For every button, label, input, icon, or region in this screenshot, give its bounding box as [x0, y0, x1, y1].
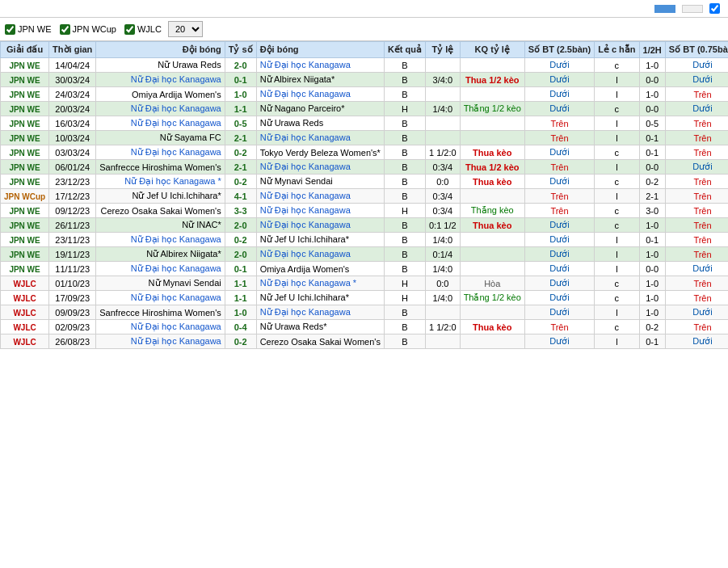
cell-so-bt-075: Trên — [665, 87, 728, 102]
cell-ty-le — [426, 305, 461, 320]
cell-team2[interactable]: Tokyo Verdy Beleza Women's* — [256, 145, 384, 160]
cell-kq-ty-le — [460, 189, 524, 204]
cell-team1[interactable]: Nữ Sayama FC — [96, 131, 225, 145]
cell-team2[interactable]: Cerezo Osaka Sakai Women's — [256, 334, 384, 349]
cell-team1[interactable]: Nữ Đại học Kanagawa — [96, 102, 225, 116]
cell-team2[interactable]: Nữ Urawa Reds — [256, 116, 384, 131]
match-count-select[interactable]: 20 10 30 50 — [168, 21, 203, 37]
cell-score[interactable]: 2-1 — [225, 131, 256, 145]
cell-ty-le: 1 1/2:0 — [426, 320, 461, 334]
cell-team1[interactable]: Nữ Đại học Kanagawa — [96, 334, 225, 349]
cell-team1[interactable]: Nữ Đại học Kanagawa — [96, 73, 225, 87]
filter-wjlc[interactable]: WJLC — [124, 24, 162, 35]
th-le-c-han: Lẻ c hẵn — [595, 42, 639, 58]
cell-kq-ty-le: Thắng kèo — [460, 204, 524, 218]
filter-jpn-we-checkbox[interactable] — [5, 24, 15, 35]
cell-score[interactable]: 4-1 — [225, 189, 256, 204]
cell-date: 17/12/23 — [49, 189, 96, 204]
cell-kq-ty-le: Hòa — [460, 276, 524, 291]
cell-team2[interactable]: Nữ Đại học Kanagawa — [256, 131, 384, 145]
filter-jpn-we[interactable]: JPN WE — [5, 24, 52, 35]
cell-team2[interactable]: Nữ Đại học Kanagawa — [256, 160, 384, 175]
cell-score[interactable]: 3-3 — [225, 204, 256, 218]
cell-team1[interactable]: Nữ Đại học Kanagawa — [96, 291, 225, 305]
cell-score[interactable]: 0-2 — [225, 175, 256, 189]
cell-score[interactable]: 1-0 — [225, 305, 256, 320]
cell-team1[interactable]: Nữ Đại học Kanagawa * — [96, 175, 225, 189]
cell-so-bt-075: Dưới — [665, 305, 728, 320]
cell-team1[interactable]: Nữ Jef U Ichi.Ichihara* — [96, 189, 225, 204]
filter-jpn-wcup-checkbox[interactable] — [60, 24, 70, 35]
cell-ty-le: 0:0 — [426, 175, 461, 189]
cell-team1[interactable]: Nữ Đại học Kanagawa — [96, 233, 225, 247]
cell-score[interactable]: 1-1 — [225, 102, 256, 116]
cell-team2[interactable]: Nữ Đại học Kanagawa — [256, 305, 384, 320]
th-so-bt-075: Số BT (0.75bàn) — [665, 42, 728, 58]
hien-thi-checkbox[interactable] — [709, 3, 720, 14]
cell-team2[interactable]: Nữ Đại học Kanagawa — [256, 58, 384, 73]
cell-team2[interactable]: Omiya Ardija Women's — [256, 262, 384, 276]
cell-kq: H — [384, 291, 425, 305]
cell-score[interactable]: 1-0 — [225, 87, 256, 102]
cell-team1[interactable]: Nữ Đại học Kanagawa — [96, 145, 225, 160]
cell-team2[interactable]: Nữ Đại học Kanagawa — [256, 204, 384, 218]
filter-wjlc-checkbox[interactable] — [124, 24, 135, 35]
filter-jpn-wcup[interactable]: JPN WCup — [60, 24, 116, 35]
cell-half: 0-0 — [639, 102, 665, 116]
cell-ty-le: 0:1 1/2 — [426, 218, 461, 233]
tab-total[interactable] — [654, 5, 675, 13]
cell-score[interactable]: 0-1 — [225, 262, 256, 276]
cell-team2[interactable]: Nữ Đại học Kanagawa * — [256, 276, 384, 291]
cell-score[interactable]: 0-1 — [225, 73, 256, 87]
scores-table: Giải đấu Thời gian Đội bóng Tỷ số Đội bó… — [0, 41, 728, 349]
cell-so-bt-075: Trên — [665, 116, 728, 131]
cell-half: 0-1 — [639, 334, 665, 349]
cell-team1[interactable]: Sanfrecce Hiroshima Women's — [96, 160, 225, 175]
cell-team1[interactable]: Sanfrecce Hiroshima Women's — [96, 305, 225, 320]
cell-team1[interactable]: Nữ Mynavi Sendai — [96, 276, 225, 291]
cell-team1[interactable]: Nữ Albirex Niigata* — [96, 247, 225, 262]
cell-team2[interactable]: Nữ Đại học Kanagawa — [256, 189, 384, 204]
cell-kq: B — [384, 160, 425, 175]
th-doi-bong-1: Đội bóng — [96, 42, 225, 58]
table-row: JPN WE11/11/23Nữ Đại học Kanagawa0-1Omiy… — [1, 262, 729, 276]
cell-team2[interactable]: Nữ Urawa Reds* — [256, 320, 384, 334]
cell-half: 1-0 — [639, 276, 665, 291]
cell-team1[interactable]: Cerezo Osaka Sakai Women's — [96, 204, 225, 218]
tab-away[interactable] — [682, 5, 703, 13]
cell-score[interactable]: 0-4 — [225, 320, 256, 334]
cell-team2[interactable]: Nữ Jef U Ichi.Ichihara* — [256, 233, 384, 247]
cell-score[interactable]: 0-2 — [225, 334, 256, 349]
cell-so-bt-25: Trên — [524, 131, 594, 145]
cell-ty-le: 1 1/2:0 — [426, 145, 461, 160]
cell-score[interactable]: 1-1 — [225, 276, 256, 291]
cell-team1[interactable]: Nữ Đại học Kanagawa — [96, 262, 225, 276]
cell-score[interactable]: 2-0 — [225, 218, 256, 233]
cell-team1[interactable]: Nữ Đại học Kanagawa — [96, 116, 225, 131]
cell-team1[interactable]: Nữ Urawa Reds — [96, 58, 225, 73]
cell-score[interactable]: 0-2 — [225, 233, 256, 247]
cell-kq-ty-le — [460, 131, 524, 145]
cell-score[interactable]: 2-0 — [225, 58, 256, 73]
cell-team1[interactable]: Nữ Đại học Kanagawa — [96, 320, 225, 334]
cell-team2[interactable]: Nữ Nagano Parceiro* — [256, 102, 384, 116]
cell-score[interactable]: 0-5 — [225, 116, 256, 131]
cell-half: 2-1 — [639, 189, 665, 204]
th-so-bt-25: Số BT (2.5bàn) — [524, 42, 594, 58]
cell-team1[interactable]: Omiya Ardija Women's — [96, 87, 225, 102]
cell-team2[interactable]: Nữ Đại học Kanagawa — [256, 87, 384, 102]
cell-team2[interactable]: Nữ Albirex Niigata* — [256, 73, 384, 87]
cell-score[interactable]: 2-0 — [225, 247, 256, 262]
cell-score[interactable]: 1-1 — [225, 291, 256, 305]
cell-ty-le: 0:3/4 — [426, 204, 461, 218]
cell-team2[interactable]: Nữ Jef U Ichi.Ichihara* — [256, 291, 384, 305]
cell-team2[interactable]: Nữ Đại học Kanagawa — [256, 218, 384, 233]
cell-team2[interactable]: Nữ Đại học Kanagawa — [256, 247, 384, 262]
cell-so-bt-075: Trên — [665, 204, 728, 218]
cell-score[interactable]: 2-1 — [225, 160, 256, 175]
cell-team2[interactable]: Nữ Mynavi Sendai — [256, 175, 384, 189]
cell-team1[interactable]: Nữ INAC* — [96, 218, 225, 233]
cell-score[interactable]: 0-2 — [225, 145, 256, 160]
cell-half: 0-1 — [639, 145, 665, 160]
cell-date: 11/11/23 — [49, 262, 96, 276]
